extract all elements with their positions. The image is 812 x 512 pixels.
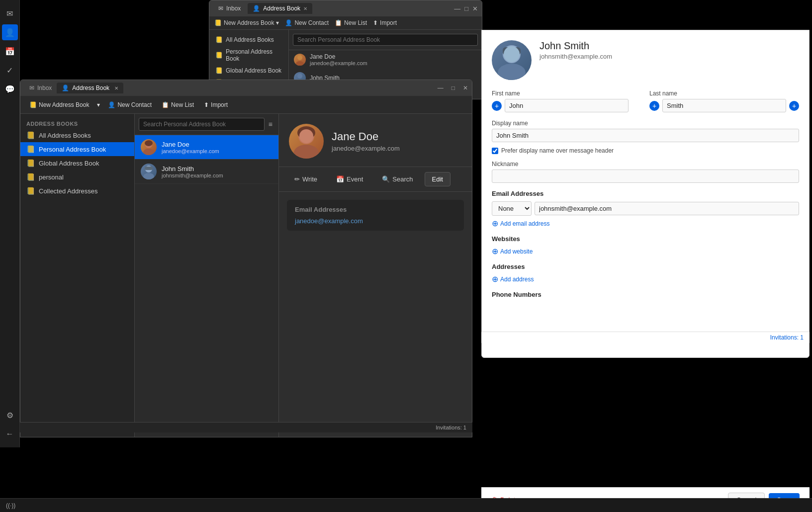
last-name-plus-btn-right[interactable]: +: [789, 101, 799, 111]
bg-search-input[interactable]: [293, 34, 478, 46]
bg-sidebar-personal[interactable]: 📒 Personal Address Book: [209, 46, 288, 65]
event-btn[interactable]: 📅 Event: [329, 172, 370, 186]
display-name-input[interactable]: [492, 129, 799, 142]
first-name-group: First name +: [492, 90, 641, 112]
edit-display-name-header: John Smith: [540, 40, 799, 52]
bg-contact-jane[interactable]: Jane Doe janedoe@example.com: [289, 50, 482, 69]
main-minimize-btn[interactable]: —: [438, 85, 444, 91]
svg-point-6: [145, 140, 153, 146]
write-btn[interactable]: ✏ Write: [287, 172, 325, 186]
nav-item-all[interactable]: 📒 All Address Books: [20, 128, 134, 142]
john-email: johnsmith@example.com: [162, 172, 272, 178]
new-contact-btn[interactable]: 👤 New Contact: [104, 99, 156, 110]
invitations-bar: Invitations: 1: [481, 332, 810, 343]
nav-item-global[interactable]: 📒 Global Address Book: [20, 156, 134, 170]
email-row: None Home Work: [492, 201, 799, 216]
edit-btn[interactable]: Edit: [425, 172, 451, 186]
bg-tab-addressbook[interactable]: 👤 Address Book ✕: [248, 3, 312, 14]
main-tab-addressbook[interactable]: 👤 Address Book ✕: [57, 83, 123, 93]
bg-new-contact-icon: 👤: [285, 19, 292, 26]
svg-point-8: [143, 173, 154, 179]
new-address-book-btn[interactable]: 📒 New Address Book: [25, 99, 93, 110]
bg-toolbar: 📒 New Address Book ▾ 👤 New Contact 📋 New…: [209, 16, 482, 30]
nickname-label: Nickname: [492, 161, 518, 168]
addresses-section: Addresses ⊕ Add address: [492, 263, 799, 284]
main-nav-sidebar: Address Books 📒 All Address Books 📒 Pers…: [20, 114, 135, 437]
main-ab-icon: 👤: [62, 85, 69, 91]
bg-all-icon: 📒: [215, 36, 223, 43]
add-website-link[interactable]: ⊕ Add website: [492, 247, 799, 256]
add-address-link[interactable]: ⊕ Add address: [492, 274, 799, 284]
first-name-input[interactable]: [505, 99, 629, 112]
sidebar-icon-settings[interactable]: ⚙: [2, 407, 18, 423]
detail-email-value[interactable]: janedoe@example.com: [295, 217, 456, 225]
new-list-icon: 📋: [162, 101, 169, 108]
sidebar-icon-back[interactable]: ←: [2, 426, 18, 442]
last-name-label: Last name: [649, 90, 799, 97]
sidebar-icon-inbox[interactable]: ✉: [2, 5, 18, 21]
address-books-section-label: Address Books: [20, 118, 134, 128]
email-input[interactable]: [535, 202, 799, 215]
sidebar-icon-addressbook[interactable]: 👤: [2, 24, 18, 40]
contact-detail-panel: Jane Doe janedoe@example.com ✏ Write 📅 E…: [279, 114, 472, 437]
new-address-book-dropdown[interactable]: ▾: [95, 99, 102, 110]
bg-minimize-btn[interactable]: —: [454, 5, 460, 12]
nickname-input[interactable]: [492, 170, 799, 183]
jane-avatar: [141, 139, 157, 155]
first-name-input-row: +: [492, 99, 641, 112]
bg-jane-avatar: [294, 54, 306, 66]
main-close-btn[interactable]: ✕: [463, 85, 468, 91]
contact-item-jane[interactable]: Jane Doe janedoe@example.com: [135, 135, 278, 160]
last-name-group: Last name + +: [649, 90, 799, 112]
main-maximize-btn[interactable]: □: [451, 85, 455, 91]
sidebar-icon-calendar[interactable]: 📅: [2, 43, 18, 59]
bg-tab-inbox[interactable]: ✉ Inbox: [213, 3, 246, 14]
import-btn[interactable]: ⬆ Import: [200, 99, 232, 110]
bg-tab-close[interactable]: ✕: [303, 6, 307, 11]
bg-import-btn[interactable]: ⬆ Import: [373, 19, 397, 26]
sidebar-icon-chat[interactable]: 💬: [2, 81, 18, 97]
last-name-plus-btn[interactable]: +: [649, 101, 659, 111]
nav-item-collected[interactable]: 📒 Collected Addresses: [20, 184, 134, 198]
prefer-display-name-checkbox[interactable]: [492, 148, 498, 154]
nav-item-personal2-label: personal: [39, 173, 64, 181]
last-name-input[interactable]: [662, 99, 786, 112]
new-contact-label: New Contact: [117, 101, 152, 108]
main-win-controls: — □ ✕: [438, 85, 468, 91]
email-type-select[interactable]: None Home Work: [492, 201, 532, 216]
search-options-btn[interactable]: ≡: [267, 119, 274, 129]
nav-item-personal[interactable]: 📒 Personal Address Book: [20, 142, 134, 156]
websites-section: Websites ⊕ Add website: [492, 235, 799, 256]
bg-sidebar-global[interactable]: 📒 Global Address Book: [209, 65, 288, 77]
edit-name-info: John Smith johnsmith@example.com: [540, 40, 799, 60]
bg-new-ab-chevron[interactable]: ▾: [276, 19, 279, 26]
svg-point-17: [504, 46, 520, 62]
search-btn[interactable]: 🔍 Search: [374, 172, 420, 186]
svg-point-0: [297, 55, 302, 60]
add-email-link[interactable]: ⊕ Add email address: [492, 219, 799, 228]
search-input[interactable]: [139, 118, 265, 131]
email-addresses-heading: Email Addresses: [492, 190, 799, 197]
bg-new-list-btn[interactable]: 📋 New List: [335, 19, 367, 26]
first-name-label: First name: [492, 90, 641, 97]
bg-win-controls: — □ ✕: [454, 5, 478, 12]
import-label: Import: [211, 101, 228, 108]
edit-label: Edit: [432, 175, 443, 183]
bg-new-contact-btn[interactable]: 👤 New Contact: [285, 19, 329, 26]
bg-close-btn[interactable]: ✕: [472, 5, 478, 12]
bg-import-icon: ⬆: [373, 19, 378, 26]
sidebar-icon-tasks[interactable]: ✓: [2, 62, 18, 78]
event-icon: 📅: [336, 175, 344, 183]
main-tab-inbox[interactable]: ✉ Inbox: [24, 83, 57, 93]
bg-maximize-btn[interactable]: □: [464, 5, 468, 12]
first-name-plus-btn[interactable]: +: [492, 101, 502, 111]
bg-new-address-book-btn[interactable]: 📒 New Address Book ▾: [214, 19, 279, 26]
main-tab-close[interactable]: ✕: [114, 85, 118, 91]
addresses-heading: Addresses: [492, 263, 799, 270]
bg-sidebar-all[interactable]: 📒 All Address Books: [209, 34, 288, 46]
nav-item-personal2[interactable]: 📒 personal: [20, 170, 134, 184]
new-list-btn[interactable]: 📋 New List: [158, 99, 198, 110]
search-icon: 🔍: [382, 175, 390, 183]
contact-item-john[interactable]: John Smith johnsmith@example.com: [135, 160, 278, 184]
bg-import-label: Import: [380, 19, 397, 26]
